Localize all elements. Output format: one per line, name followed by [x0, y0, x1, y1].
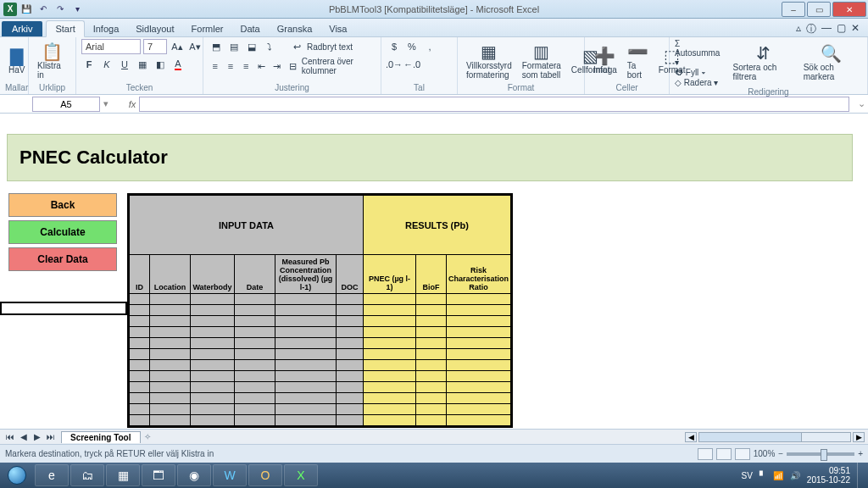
increase-decimal-icon[interactable]: .0→: [387, 57, 402, 72]
align-top-icon[interactable]: ⬒: [209, 39, 224, 54]
table-cell[interactable]: [416, 393, 447, 404]
table-cell[interactable]: [337, 393, 364, 404]
font-name-select[interactable]: Arial: [81, 39, 141, 54]
table-cell[interactable]: [235, 393, 275, 404]
taskbar-outlook-icon[interactable]: O: [248, 464, 282, 486]
undo-icon[interactable]: ↶: [36, 3, 51, 16]
font-color-icon[interactable]: A: [170, 57, 186, 72]
table-cell[interactable]: [130, 316, 150, 327]
table-cell[interactable]: [235, 349, 275, 360]
formula-input[interactable]: [139, 97, 849, 112]
table-cell[interactable]: [416, 360, 447, 371]
table-cell[interactable]: [275, 404, 337, 415]
format-as-table-button[interactable]: ▥Formatera som tabell: [519, 42, 565, 81]
table-cell[interactable]: [364, 349, 416, 360]
name-box-dropdown-icon[interactable]: ▾: [103, 98, 108, 109]
show-desktop-button[interactable]: [857, 463, 863, 488]
table-cell[interactable]: [130, 393, 150, 404]
table-cell[interactable]: [275, 382, 337, 393]
tray-network-icon[interactable]: 📶: [773, 471, 783, 480]
table-cell[interactable]: [235, 305, 275, 316]
tray-clock[interactable]: 09:51 2015-10-22: [807, 466, 850, 485]
table-cell[interactable]: [416, 316, 447, 327]
name-box[interactable]: A5: [32, 97, 100, 112]
back-button[interactable]: Back: [8, 193, 117, 217]
tray-flag-icon[interactable]: ▘: [760, 471, 766, 480]
prev-sheet-icon[interactable]: ◀: [17, 432, 31, 441]
taskbar-ie-icon[interactable]: e: [35, 464, 69, 486]
underline-icon[interactable]: U: [117, 57, 132, 72]
table-cell[interactable]: [416, 327, 447, 338]
border-icon[interactable]: ▦: [135, 57, 150, 72]
table-cell[interactable]: [150, 393, 191, 404]
align-middle-icon[interactable]: ▤: [226, 39, 242, 54]
table-cell[interactable]: [150, 404, 191, 415]
table-cell[interactable]: [191, 393, 235, 404]
table-cell[interactable]: [150, 349, 191, 360]
next-sheet-icon[interactable]: ▶: [31, 432, 44, 441]
comma-icon[interactable]: ,: [422, 39, 437, 54]
save-icon[interactable]: 💾: [19, 3, 34, 16]
table-cell[interactable]: [130, 338, 150, 349]
font-size-select[interactable]: 7: [143, 39, 167, 54]
sort-filter-button[interactable]: ⇵Sortera och filtrera: [730, 43, 797, 83]
table-cell[interactable]: [150, 360, 191, 371]
fill-button[interactable]: ⮋ Fyll ▾: [675, 68, 726, 77]
table-cell[interactable]: [235, 404, 275, 415]
window-maximize-button[interactable]: ▭: [807, 2, 831, 17]
worksheet-area[interactable]: PNEC Calculator Back Calculate Clear Dat…: [0, 114, 868, 429]
table-cell[interactable]: [235, 371, 275, 382]
align-left-icon[interactable]: ≡: [209, 58, 221, 74]
table-cell[interactable]: [130, 415, 150, 426]
taskbar-app1-icon[interactable]: ▦: [106, 464, 140, 486]
table-cell[interactable]: [337, 360, 364, 371]
table-cell[interactable]: [416, 338, 447, 349]
grow-font-icon[interactable]: A▴: [170, 39, 185, 54]
table-cell[interactable]: [275, 294, 337, 305]
table-cell[interactable]: [364, 327, 416, 338]
wrap-text-icon[interactable]: ↩: [289, 39, 304, 54]
new-sheet-icon[interactable]: ✧: [141, 432, 154, 441]
table-cell[interactable]: [150, 415, 191, 426]
table-cell[interactable]: [447, 316, 511, 327]
tray-lang[interactable]: SV: [742, 471, 753, 480]
hav-addin-button[interactable]: ▇HaV: [5, 46, 28, 76]
table-cell[interactable]: [130, 294, 150, 305]
last-sheet-icon[interactable]: ⏭: [44, 432, 58, 441]
taskbar-excel-icon[interactable]: X: [284, 464, 318, 486]
table-cell[interactable]: [447, 305, 511, 316]
indent-inc-icon[interactable]: ⇥: [270, 58, 283, 74]
indent-dec-icon[interactable]: ⇤: [255, 58, 268, 74]
table-cell[interactable]: [275, 349, 337, 360]
tab-data[interactable]: Data: [231, 21, 268, 36]
clear-data-button[interactable]: Clear Data: [8, 247, 117, 271]
file-menu[interactable]: Arkiv: [2, 21, 42, 36]
table-cell[interactable]: [275, 360, 337, 371]
table-cell[interactable]: [447, 371, 511, 382]
table-cell[interactable]: [364, 360, 416, 371]
table-cell[interactable]: [191, 404, 235, 415]
italic-icon[interactable]: K: [99, 57, 114, 72]
table-cell[interactable]: [447, 327, 511, 338]
table-cell[interactable]: [130, 327, 150, 338]
window-minimize-button[interactable]: –: [782, 2, 805, 17]
table-cell[interactable]: [150, 294, 191, 305]
shrink-font-icon[interactable]: A▾: [187, 39, 203, 54]
table-cell[interactable]: [337, 382, 364, 393]
active-cell-selection[interactable]: [0, 302, 127, 315]
table-cell[interactable]: [447, 360, 511, 371]
insert-cells-button[interactable]: ➕Infoga: [590, 46, 620, 76]
table-cell[interactable]: [235, 382, 275, 393]
align-center-icon[interactable]: ≡: [224, 58, 236, 74]
fx-icon[interactable]: fx: [125, 99, 139, 109]
table-cell[interactable]: [150, 316, 191, 327]
table-cell[interactable]: [416, 305, 447, 316]
hscroll-left-icon[interactable]: ◀: [685, 432, 697, 442]
taskbar-word-icon[interactable]: W: [213, 464, 247, 486]
currency-icon[interactable]: $: [387, 39, 402, 54]
table-cell[interactable]: [447, 294, 511, 305]
doc-minimize-icon[interactable]: —: [821, 22, 832, 36]
table-cell[interactable]: [235, 294, 275, 305]
table-cell[interactable]: [130, 371, 150, 382]
table-cell[interactable]: [337, 305, 364, 316]
